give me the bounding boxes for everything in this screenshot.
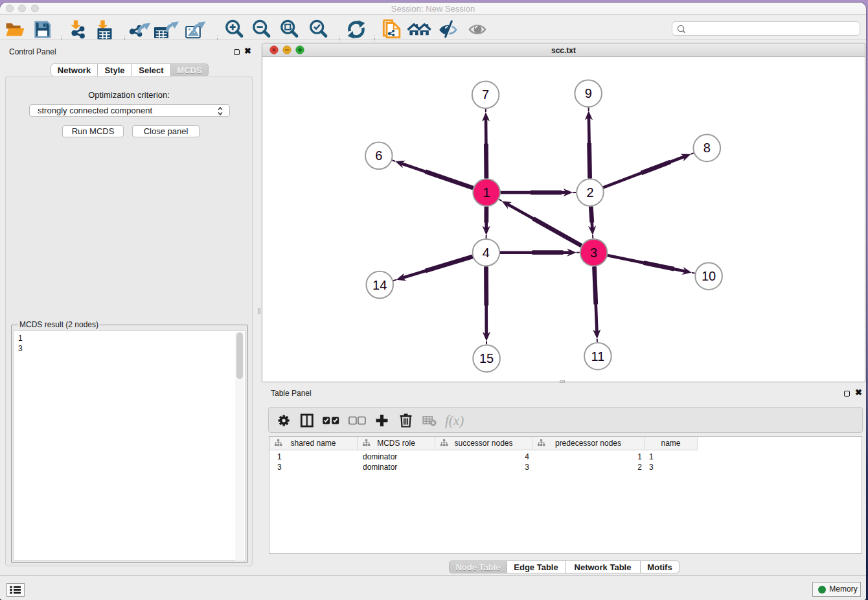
svg-text:14: 14 — [372, 278, 387, 292]
svg-text:1: 1 — [483, 185, 490, 200]
svg-text:8: 8 — [703, 141, 711, 155]
svg-text:f(x): f(x) — [445, 413, 464, 428]
svg-text:3: 3 — [590, 246, 597, 260]
svg-text:2: 2 — [586, 185, 593, 200]
svg-text:7: 7 — [482, 87, 489, 102]
svg-text:4: 4 — [483, 246, 490, 260]
svg-text:9: 9 — [585, 86, 592, 100]
svg-text:6: 6 — [375, 148, 382, 163]
svg-text:10: 10 — [702, 269, 716, 283]
svg-text:11: 11 — [591, 349, 605, 363]
svg-text:15: 15 — [479, 351, 494, 365]
